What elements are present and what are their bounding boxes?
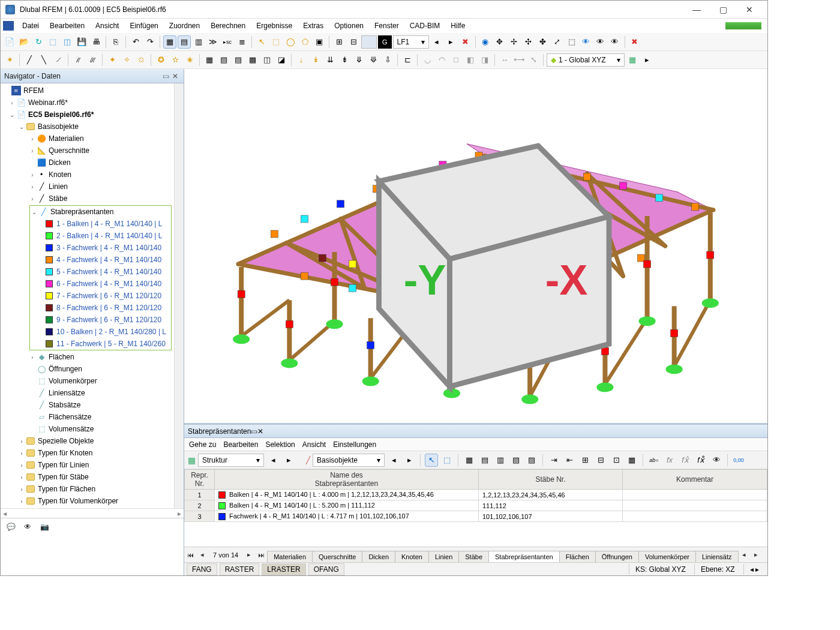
view-z-button[interactable]: ✣ [522, 35, 535, 49]
struktur-prev[interactable]: ◂ [266, 454, 280, 467]
dim3-button[interactable]: ⤡ [527, 53, 540, 67]
render2-button[interactable]: ◠ [435, 53, 448, 67]
tree-after-3[interactable]: ╱ Liniensätze [1, 387, 174, 399]
dim1-button[interactable]: ↔ [498, 53, 511, 67]
tree-basisobjekte[interactable]: ⌄ Basisobjekte [1, 121, 174, 133]
menu-hilfe[interactable]: Hilfe [446, 20, 470, 32]
bp-menu-gehezu[interactable]: Gehe zu [189, 440, 216, 449]
menu-bearbeiten[interactable]: Bearbeiten [45, 20, 89, 32]
new-button[interactable]: 📄 [3, 35, 16, 49]
tree-after-6[interactable]: ⬚ Volumensätze [1, 423, 174, 435]
tree-stabrepraesentanten[interactable]: ⌄╱ Stabrepräsentanten [30, 206, 171, 218]
menu-ergebnisse[interactable]: Ergebnisse [251, 20, 297, 32]
status-lraster[interactable]: LRASTER [262, 563, 305, 575]
tree-stab-item-11[interactable]: 11 - Fachwerk | 5 - R_M1 140/260 [30, 338, 171, 350]
load4-button[interactable]: ⇟ [338, 53, 351, 67]
tree-basis-3[interactable]: ›• Knoten [1, 169, 174, 181]
mesh3-button[interactable]: ▨ [232, 53, 245, 67]
bp-menu-ansicht[interactable]: Ansicht [302, 440, 326, 449]
view-y-button[interactable]: ✢ [508, 35, 521, 49]
bt-sel1[interactable]: ↖ [425, 454, 438, 467]
surf1-button[interactable]: ✦ [106, 53, 119, 67]
navigator-close-button[interactable]: ✕ [170, 71, 180, 81]
bt-ab[interactable]: ab= [647, 454, 661, 467]
axis-cube[interactable]: -X -Y [184, 75, 759, 423]
basis-next[interactable]: ▸ [403, 454, 416, 467]
tab-querschnitte[interactable]: Querschnitte [312, 551, 362, 562]
tree-folder-2[interactable]: › Typen für Linien [1, 459, 174, 471]
struktur-next[interactable]: ▸ [282, 454, 295, 467]
tab-materialien[interactable]: Materialien [267, 551, 313, 562]
bp-menu-bearbeiten[interactable]: Bearbeiten [223, 440, 258, 449]
surf2-button[interactable]: ✧ [120, 53, 133, 67]
solid3-button[interactable]: ✬ [183, 53, 196, 67]
bt-g2[interactable]: ▤ [478, 454, 491, 467]
bp-menu-selektion[interactable]: Selektion [265, 440, 295, 449]
load1-button[interactable]: ↓ [295, 53, 308, 67]
status-raster[interactable]: RASTER [220, 563, 260, 575]
line2-button[interactable]: ╲ [37, 53, 50, 67]
tree-stab-item-6[interactable]: 6 - Fachwerk | 4 - R_M1 140/140 [30, 278, 171, 290]
view-x-button[interactable]: ✥ [493, 35, 506, 49]
render3-button[interactable]: □ [449, 53, 463, 67]
snap1-button[interactable]: ⊞ [332, 35, 346, 49]
load5-button[interactable]: ⤋ [352, 53, 365, 67]
tree-basis-5[interactable]: ›╱ Stäbe [1, 193, 174, 205]
bt-fx3[interactable]: fx̊ [694, 454, 707, 467]
render1-button[interactable]: ◡ [421, 53, 434, 67]
minimize-button[interactable]: — [683, 1, 710, 18]
struktur-combo[interactable]: Struktur▾ [198, 454, 264, 467]
delete-button[interactable]: ✖ [628, 35, 641, 49]
flag-button[interactable]: ✖ [459, 35, 472, 49]
mesh1-button[interactable]: ▦ [203, 53, 216, 67]
tree-after-0[interactable]: ›◆ Flächen [1, 351, 174, 363]
list-button[interactable]: ≣ [235, 35, 248, 49]
mesh4-button[interactable]: ▩ [246, 53, 259, 67]
tree-stab-item-8[interactable]: 8 - Fachwerk | 6 - R_M1 120/120 [30, 302, 171, 314]
status-ebene[interactable]: Ebene: XZ [694, 564, 741, 575]
redo-button[interactable]: ↷ [143, 35, 157, 49]
viewport-3d[interactable]: -X -Y [184, 69, 767, 423]
menu-ansicht[interactable]: Ansicht [91, 20, 124, 32]
menu-einfuegen[interactable]: Einfügen [125, 20, 163, 32]
nav-eye-button[interactable]: 👁 [21, 520, 34, 533]
page-prev[interactable]: ◂ [196, 551, 208, 559]
tab-stäbe[interactable]: Stäbe [458, 551, 489, 562]
grid1-button[interactable]: ▦ [163, 35, 176, 49]
tree-folder-0[interactable]: › Spezielle Objekte [1, 435, 174, 447]
mesh6-button[interactable]: ◪ [275, 53, 288, 67]
tree-folder-5[interactable]: › Typen für Volumenkörper [1, 495, 174, 507]
nav-chat-button[interactable]: 💬 [4, 520, 17, 533]
bt-e1[interactable]: ⇥ [547, 454, 560, 467]
select-circle-button[interactable]: ◯ [284, 35, 297, 49]
load3-button[interactable]: ⇊ [323, 53, 337, 67]
solid2-button[interactable]: ✫ [169, 53, 182, 67]
bt-g5[interactable]: ▨ [525, 454, 538, 467]
zoom-win-button[interactable]: ⬚ [565, 35, 578, 49]
table-row[interactable]: 1 Balken | 4 - R_M1 140/140 | L : 4.000 … [185, 490, 767, 500]
bt-e6[interactable]: ▦ [625, 454, 638, 467]
menu-fenster[interactable]: Fenster [370, 20, 404, 32]
status-more[interactable]: ◂ ▸ [743, 564, 765, 575]
select-poly-button[interactable]: ⬠ [298, 35, 311, 49]
table-row[interactable]: 2 Balken | 4 - R_M1 140/140 | L : 5.200 … [185, 500, 767, 511]
menu-zuordnen[interactable]: Zuordnen [164, 20, 205, 32]
tabs-prev[interactable]: ◂ [738, 551, 750, 559]
tree-stab-item-3[interactable]: 3 - Fachwerk | 4 - R_M1 140/140 [30, 242, 171, 254]
col-name[interactable]: Name des Stabrepräsentanten [215, 470, 479, 490]
select-obj-button[interactable]: ▣ [313, 35, 326, 49]
tree-stab-item-2[interactable]: 2 - Balken | 4 - R_M1 140/140 | L [30, 230, 171, 242]
menu-datei[interactable]: Datei [17, 20, 44, 32]
coord-settings-button[interactable]: ▦ [626, 53, 639, 67]
model-button[interactable]: ⬚ [46, 35, 59, 49]
mesh2-button[interactable]: ▧ [217, 53, 230, 67]
tab-stabrepräsentanten[interactable]: Stabrepräsentanten [488, 551, 560, 562]
bt-e5[interactable]: ⊡ [610, 454, 623, 467]
tab-knoten[interactable]: Knoten [395, 551, 429, 562]
menu-cadbim[interactable]: CAD-BIM [405, 20, 445, 32]
bt-g3[interactable]: ▥ [494, 454, 507, 467]
bt-g4[interactable]: ▧ [509, 454, 523, 467]
status-fang[interactable]: FANG [187, 563, 217, 575]
basis-prev[interactable]: ◂ [387, 454, 400, 467]
tree-stab-item-9[interactable]: 9 - Fachwerk | 6 - R_M1 120/120 [30, 314, 171, 326]
